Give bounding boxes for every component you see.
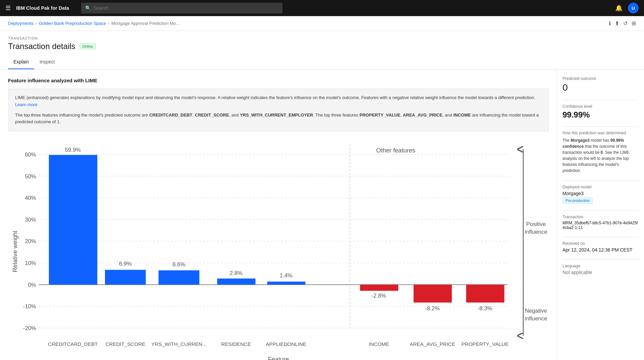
svg-text:influence: influence xyxy=(525,315,547,322)
chart-container: Relative weight 60% 50% 40% 30% 20% 1 xyxy=(8,134,549,360)
breadcrumb-left: Deployments › Golden Bank Preproduction … xyxy=(8,21,179,26)
svg-text:Relative weight: Relative weight xyxy=(11,231,18,272)
section-title: Feature influence analyzed with LIME xyxy=(8,78,549,83)
breadcrumb-space[interactable]: Golden Bank Preproduction Space xyxy=(39,21,106,26)
svg-text:6.9%: 6.9% xyxy=(119,261,132,267)
svg-text:RESIDENCE: RESIDENCE xyxy=(221,341,251,347)
svg-text:INCOME: INCOME xyxy=(369,341,389,347)
svg-text:Feature: Feature xyxy=(268,356,289,360)
how-determined-section: How this prediction was determined The M… xyxy=(562,131,639,174)
svg-text:influence: influence xyxy=(525,229,547,235)
divider-4 xyxy=(562,210,639,211)
deployed-model-value: Morgage3 xyxy=(562,191,639,196)
predicted-outcome-label: Predicted outcome xyxy=(562,76,639,81)
svg-text:1.4%: 1.4% xyxy=(280,273,292,279)
breadcrumb-actions: ℹ ⬆ ↺ ⊞ xyxy=(609,20,636,27)
how-determined-label: How this prediction was determined xyxy=(562,131,639,135)
divider-3 xyxy=(562,180,639,181)
predicted-outcome-value: 0 xyxy=(562,82,639,93)
svg-text:Other features: Other features xyxy=(376,147,415,154)
bar-appliedonline xyxy=(267,282,306,285)
page-header: TRANSACTION Transaction details Online E… xyxy=(0,31,644,70)
grid-icon[interactable]: ⊞ xyxy=(632,20,636,27)
info-text-2: The top three features influencing the m… xyxy=(15,112,542,126)
confidence-section: Confidence level 99.99% xyxy=(562,104,639,120)
deployed-model-label: Deployed model xyxy=(562,185,639,189)
user-avatar[interactable]: U xyxy=(628,3,639,13)
svg-text:-20%: -20% xyxy=(23,325,36,331)
confidence-label: Confidence level xyxy=(562,104,639,109)
svg-text:60%: 60% xyxy=(25,151,36,158)
divider-2 xyxy=(562,126,639,127)
svg-text:20%: 20% xyxy=(25,238,36,245)
svg-text:PROPERTY_VALUE: PROPERTY_VALUE xyxy=(462,341,508,347)
right-panel: Predicted outcome 0 Confidence level 99.… xyxy=(557,70,644,360)
search-icon: 🔍 xyxy=(85,5,91,11)
svg-text:50%: 50% xyxy=(25,173,36,180)
export-icon[interactable]: ⬆ xyxy=(615,20,619,27)
received-label: Received on xyxy=(562,241,639,246)
learn-more-link[interactable]: Learn more xyxy=(15,102,37,107)
confidence-value: 99.99% xyxy=(562,110,639,120)
chart-panel: Feature influence analyzed with LIME LIM… xyxy=(0,70,557,360)
refresh-icon[interactable]: ↺ xyxy=(623,20,628,27)
deployed-model-section: Deployed model Morgage3 Pre-production xyxy=(562,185,639,204)
online-badge: Online xyxy=(79,43,96,49)
svg-text:-8.2%: -8.2% xyxy=(425,305,440,312)
pre-production-badge: Pre-production xyxy=(562,197,593,204)
predicted-outcome-section: Predicted outcome 0 xyxy=(562,76,639,93)
bar-credit-score xyxy=(105,270,146,285)
info-text-1: LIME (enhanced) generates explanations b… xyxy=(15,94,542,108)
lime-chart: Relative weight 60% 50% 40% 30% 20% 1 xyxy=(8,134,549,360)
svg-text:2.8%: 2.8% xyxy=(230,270,243,276)
main-layout: Feature influence analyzed with LIME LIM… xyxy=(0,70,644,360)
info-icon[interactable]: ℹ xyxy=(609,20,611,27)
tabs: Explain Inspect xyxy=(8,55,636,69)
divider-6 xyxy=(562,259,639,260)
svg-text:Negative: Negative xyxy=(525,308,547,314)
hamburger-menu[interactable]: ☰ xyxy=(5,4,11,12)
svg-text:30%: 30% xyxy=(25,217,36,223)
language-section: Language Not applicable xyxy=(562,264,639,275)
tab-inspect[interactable]: Inspect xyxy=(34,55,60,69)
language-value: Not applicable xyxy=(562,270,639,275)
svg-text:AREA_AVG_PRICE: AREA_AVG_PRICE xyxy=(410,341,455,347)
search-bar[interactable]: 🔍 xyxy=(81,3,282,13)
breadcrumb-sep-1: › xyxy=(36,21,37,26)
divider-5 xyxy=(562,237,639,237)
search-input[interactable] xyxy=(94,5,278,11)
bar-property-value xyxy=(466,285,504,303)
transaction-id: MRM_35dbef67-b8c5-47b1-907e-4e9425f4cba2… xyxy=(562,221,639,230)
svg-text:-8.3%: -8.3% xyxy=(478,305,492,312)
page-title: Transaction details xyxy=(8,42,75,51)
transaction-section: Transaction MRM_35dbef67-b8c5-47b1-907e-… xyxy=(562,215,639,230)
info-box: LIME (enhanced) generates explanations b… xyxy=(8,89,549,131)
top-nav: ☰ IBM Cloud Pak for Data 🔍 🔔 U xyxy=(0,0,644,16)
breadcrumb-model: Mortgage Approval Prediction Mo... xyxy=(111,21,179,26)
svg-text:APPLIEDONLINE: APPLIEDONLINE xyxy=(266,341,306,347)
svg-text:CREDIT_SCORE: CREDIT_SCORE xyxy=(105,341,145,347)
svg-text:-10%: -10% xyxy=(23,304,36,310)
notification-icon[interactable]: 🔔 xyxy=(615,4,623,12)
breadcrumb-sep-2: › xyxy=(108,21,109,26)
language-label: Language xyxy=(562,264,639,268)
page-label: TRANSACTION xyxy=(8,36,636,40)
bar-income xyxy=(360,285,398,291)
received-value: Apr 12, 2024, 04:12:36 PM CEST xyxy=(562,247,639,253)
divider-1 xyxy=(562,100,639,100)
transaction-label: Transaction xyxy=(562,215,639,219)
svg-text:59.9%: 59.9% xyxy=(65,147,81,153)
bar-area-avg-price xyxy=(414,285,452,303)
breadcrumb-deployments[interactable]: Deployments xyxy=(8,21,34,26)
how-determined-desc: The Morgage3 model has 99.99% confidence… xyxy=(562,137,639,174)
nav-right-actions: 🔔 U xyxy=(615,3,639,13)
svg-text:40%: 40% xyxy=(25,195,36,201)
received-section: Received on Apr 12, 2024, 04:12:36 PM CE… xyxy=(562,241,639,253)
svg-text:10%: 10% xyxy=(25,260,36,266)
svg-text:6.6%: 6.6% xyxy=(172,261,185,268)
svg-text:CREDITCARD_DEBT: CREDITCARD_DEBT xyxy=(48,341,98,347)
svg-text:0%: 0% xyxy=(28,282,36,288)
tab-explain[interactable]: Explain xyxy=(8,55,34,69)
svg-text:YRS_WITH_CURREN...: YRS_WITH_CURREN... xyxy=(151,341,207,347)
bar-creditcard-debt xyxy=(49,155,97,285)
